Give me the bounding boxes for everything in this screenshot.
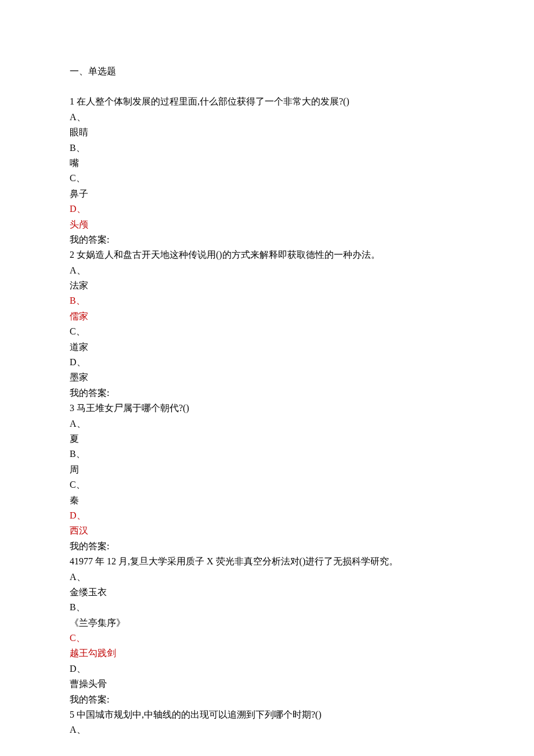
question-number: 1: [70, 96, 74, 106]
option-text: 周: [70, 462, 464, 477]
option-letter: B、: [70, 293, 464, 308]
section-title: 一、单选题: [70, 64, 464, 79]
my-answer-label: 我的答案:: [70, 386, 464, 401]
option-letter: A、: [70, 110, 464, 125]
my-answer-label: 我的答案:: [70, 539, 464, 554]
option-letter: C、: [70, 171, 464, 186]
questions-container: 1 在人整个体制发展的过程里面,什么部位获得了一个非常大的发展?()A、眼睛B、…: [70, 94, 464, 737]
option-text: 眼睛: [70, 125, 464, 140]
question-stem: 3 马王堆女尸属于哪个朝代?(): [70, 401, 464, 416]
option-text: 法家: [70, 278, 464, 293]
option-text: 西汉: [70, 523, 464, 538]
question-stem: 5 中国城市规划中,中轴线的的出现可以追溯到下列哪个时期?(): [70, 707, 464, 722]
question-number: 3: [70, 403, 74, 413]
option-letter: D、: [70, 661, 464, 676]
option-text: 墨家: [70, 370, 464, 385]
option-letter: C、: [70, 477, 464, 492]
option-letter: B、: [70, 447, 464, 462]
option-text: 曹操头骨: [70, 676, 464, 692]
option-text: 儒家: [70, 309, 464, 324]
question-number: 2: [70, 250, 74, 260]
option-letter: A、: [70, 722, 464, 737]
question-text: 马王堆女尸属于哪个朝代?(): [74, 403, 189, 413]
question-number: 4: [70, 556, 74, 566]
option-text: 嘴: [70, 156, 464, 171]
question-text: 1977 年 12 月,复旦大学采用质子 X 荧光非真空分析法对()进行了无损科…: [74, 556, 398, 566]
option-letter: B、: [70, 600, 464, 615]
question-text: 中国城市规划中,中轴线的的出现可以追溯到下列哪个时期?(): [74, 710, 322, 719]
option-text: 道家: [70, 340, 464, 355]
option-text: 夏: [70, 431, 464, 447]
my-answer-label: 我的答案:: [70, 232, 464, 247]
option-letter: C、: [70, 324, 464, 339]
option-letter: D、: [70, 508, 464, 523]
question-stem: 2 女娲造人和盘古开天地这种传说用()的方式来解释即获取德性的一种办法。: [70, 247, 464, 262]
option-letter: C、: [70, 631, 464, 646]
question-stem: 1 在人整个体制发展的过程里面,什么部位获得了一个非常大的发展?(): [70, 94, 464, 109]
option-text: 《兰亭集序》: [70, 615, 464, 631]
option-letter: A、: [70, 263, 464, 278]
document-page: 一、单选题 1 在人整个体制发展的过程里面,什么部位获得了一个非常大的发展?()…: [0, 0, 534, 756]
option-text: 头颅: [70, 217, 464, 232]
option-letter: D、: [70, 355, 464, 370]
question-number: 5: [70, 710, 74, 719]
option-letter: A、: [70, 416, 464, 431]
option-text: 越王勾践剑: [70, 646, 464, 661]
question-text: 女娲造人和盘古开天地这种传说用()的方式来解释即获取德性的一种办法。: [74, 250, 380, 260]
option-text: 秦: [70, 493, 464, 508]
option-letter: A、: [70, 570, 464, 585]
option-letter: D、: [70, 201, 464, 217]
option-letter: B、: [70, 141, 464, 156]
question-text: 在人整个体制发展的过程里面,什么部位获得了一个非常大的发展?(): [74, 96, 349, 106]
question-stem: 41977 年 12 月,复旦大学采用质子 X 荧光非真空分析法对()进行了无损…: [70, 554, 464, 569]
option-text: 金缕玉衣: [70, 585, 464, 600]
option-text: 鼻子: [70, 186, 464, 201]
my-answer-label: 我的答案:: [70, 692, 464, 707]
